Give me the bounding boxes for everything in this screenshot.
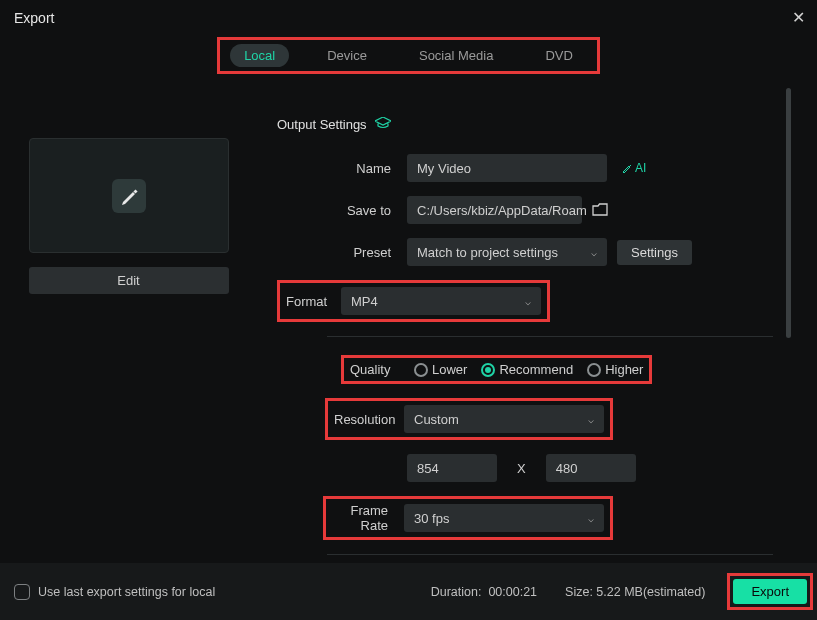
ai-icon[interactable]: AI	[621, 161, 646, 175]
export-button[interactable]: Export	[733, 579, 807, 604]
tab-social-media[interactable]: Social Media	[405, 44, 507, 67]
edit-button[interactable]: Edit	[29, 267, 229, 294]
footer-bar: Use last export settings for local Durat…	[0, 563, 817, 620]
resolution-label: Resolution	[334, 412, 404, 427]
chevron-down-icon: ⌵	[588, 414, 594, 425]
save-to-label: Save to	[277, 203, 407, 218]
preset-dropdown[interactable]: Match to project settings ⌵	[407, 238, 607, 266]
resolution-dropdown[interactable]: Custom ⌵	[404, 405, 604, 433]
quality-label: Quality	[350, 362, 400, 377]
pencil-icon	[106, 173, 152, 219]
quality-higher-radio[interactable]: Higher	[587, 362, 643, 377]
resolution-width-input[interactable]	[407, 454, 497, 482]
resolution-height-input[interactable]	[546, 454, 636, 482]
use-last-settings-checkbox[interactable]	[14, 584, 30, 600]
window-title: Export	[14, 10, 54, 26]
chevron-down-icon: ⌵	[591, 247, 597, 258]
quality-recommend-radio[interactable]: Recommend	[481, 362, 573, 377]
x-separator: X	[507, 461, 536, 476]
tab-device[interactable]: Device	[313, 44, 381, 67]
preset-label: Preset	[277, 245, 407, 260]
chevron-down-icon: ⌵	[525, 296, 531, 307]
framerate-label: Frame Rate	[332, 503, 404, 533]
tab-bar: Local Device Social Media DVD	[217, 37, 600, 74]
output-settings-title: Output Settings	[277, 117, 367, 132]
size-display: Size: 5.22 MB(estimated)	[565, 585, 705, 599]
chevron-down-icon: ⌵	[588, 513, 594, 524]
divider	[327, 336, 773, 337]
quality-row-highlight: Quality Lower Recommend Higher	[341, 355, 652, 384]
graduation-cap-icon[interactable]	[375, 116, 391, 132]
format-label: Format	[286, 294, 341, 309]
format-dropdown[interactable]: MP4 ⌵	[341, 287, 541, 315]
settings-button[interactable]: Settings	[617, 240, 692, 265]
save-to-field[interactable]: C:/Users/kbiz/AppData/Roam	[407, 196, 582, 224]
use-last-settings-label: Use last export settings for local	[38, 585, 215, 599]
duration-display: Duration: 00:00:21	[431, 585, 537, 599]
framerate-dropdown[interactable]: 30 fps ⌵	[404, 504, 604, 532]
divider	[327, 554, 773, 555]
name-label: Name	[277, 161, 407, 176]
tab-dvd[interactable]: DVD	[531, 44, 586, 67]
resolution-row-highlight: Resolution Custom ⌵	[325, 398, 613, 440]
tab-local[interactable]: Local	[230, 44, 289, 67]
scrollbar[interactable]	[786, 88, 791, 338]
format-row-highlight: Format MP4 ⌵	[277, 280, 550, 322]
preview-thumbnail	[29, 138, 229, 253]
close-icon[interactable]: ✕	[792, 8, 805, 27]
folder-icon[interactable]	[592, 203, 608, 217]
export-button-highlight: Export	[727, 573, 813, 610]
framerate-row-highlight: Frame Rate 30 fps ⌵	[323, 496, 613, 540]
name-input[interactable]	[407, 154, 607, 182]
quality-lower-radio[interactable]: Lower	[414, 362, 467, 377]
